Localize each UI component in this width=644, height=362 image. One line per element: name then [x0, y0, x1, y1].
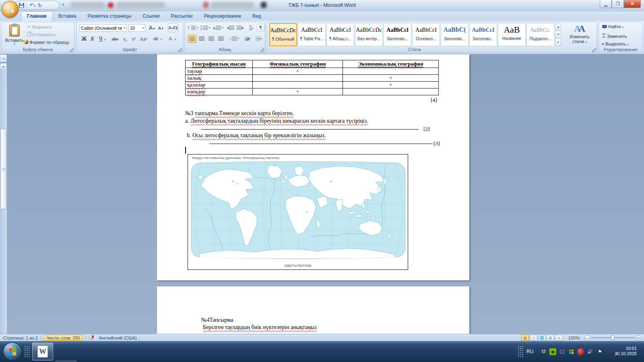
- geography-table[interactable]: Географиялық нысан Физикалық география Э…: [185, 60, 439, 95]
- styles-dialog-launcher[interactable]: [592, 48, 596, 52]
- print-layout-view-button[interactable]: ▤: [521, 335, 529, 341]
- document-page-2[interactable]: №4Тапсырма Берілген таулардың биік нүкте…: [157, 286, 469, 334]
- style-heading2[interactable]: AaBbC(Заголово...: [441, 23, 469, 46]
- style-body-text[interactable]: AaBbCcIОсновно...: [412, 23, 440, 46]
- format-painter-button[interactable]: Формат по образцу: [24, 40, 69, 45]
- network-tray-icon[interactable]: 🖵: [559, 348, 566, 355]
- vertical-scrollbar[interactable]: ▭ ▲: [0, 54, 7, 333]
- map-legend-label: Шартты белгілер: [188, 263, 408, 267]
- style-heading3[interactable]: AaBbCcIЗаголово...: [469, 23, 497, 46]
- word-count[interactable]: Число слов: 260: [44, 335, 83, 341]
- shrink-font-button[interactable]: А▼: [157, 25, 165, 32]
- taskbar-clock[interactable]: 10:01 30.10.2020: [615, 346, 637, 356]
- zoom-level[interactable]: 100%: [568, 335, 580, 340]
- clear-formatting-button[interactable]: Aa🗘: [168, 23, 178, 32]
- bold-button[interactable]: Ж: [80, 35, 88, 43]
- font-color-dropdown[interactable]: ▾: [175, 38, 176, 41]
- subscript-button[interactable]: x₂: [121, 35, 129, 43]
- justify-button[interactable]: [217, 35, 225, 43]
- font-color-button[interactable]: А: [166, 35, 174, 43]
- taskbar-word-button[interactable]: W: [32, 343, 53, 360]
- tab-home[interactable]: Главная: [21, 11, 53, 21]
- tab-insert[interactable]: Вставка: [53, 12, 82, 21]
- windows-update-tray-icon[interactable]: [568, 348, 575, 355]
- replace-button[interactable]: abac Заменить: [602, 33, 627, 39]
- style-list-para[interactable]: AaBbCcI¶ Абзац с...: [326, 23, 354, 46]
- align-right-button[interactable]: [207, 35, 216, 43]
- change-case-button[interactable]: Aa▾: [138, 35, 148, 43]
- zoom-out-button[interactable]: −: [584, 335, 590, 341]
- borders-button[interactable]: ▾: [254, 35, 264, 43]
- numbering-button[interactable]: 12▾: [200, 24, 211, 31]
- clipboard-dialog-launcher[interactable]: [69, 48, 73, 52]
- nvidia-tray-icon[interactable]: ◉: [549, 348, 556, 355]
- decrease-indent-button[interactable]: ◂: [226, 24, 235, 31]
- font-name-combo[interactable]: Calibri (Основной те▾: [79, 24, 127, 32]
- restore-button[interactable]: ❐: [612, 0, 624, 8]
- tab-references[interactable]: Ссылки: [137, 12, 165, 21]
- style-subtitle[interactable]: AaBbCc.Подзагол...: [526, 23, 554, 46]
- discord-tray-icon[interactable]: ᗢ: [540, 348, 547, 355]
- tray-language[interactable]: RU: [526, 349, 533, 354]
- map-figure[interactable]: Жердің тектоникалық құрылымы. Литосферал…: [188, 154, 408, 270]
- styles-scroll-up[interactable]: ▲: [555, 23, 561, 30]
- superscript-button[interactable]: x²: [130, 35, 138, 43]
- change-styles-button[interactable]: АА Изменитьстили ▾: [564, 24, 595, 44]
- underline-dropdown[interactable]: ▾: [104, 38, 106, 41]
- style-normal[interactable]: AaBbCcDc¶ Обычный: [269, 23, 297, 46]
- paragraph-dialog-launcher[interactable]: [260, 48, 264, 52]
- scroll-up-arrow[interactable]: ▲: [0, 63, 7, 70]
- page-indicator[interactable]: Страница: 1 из 2: [3, 335, 38, 340]
- minimize-button[interactable]: ▁: [600, 0, 612, 8]
- bullets-button[interactable]: ⠇▾: [188, 24, 198, 31]
- scrollbar-thumb[interactable]: [0, 129, 6, 209]
- sort-button[interactable]: АЯ↓: [247, 24, 256, 31]
- fullscreen-reading-view-button[interactable]: ⑃: [530, 335, 537, 341]
- font-size-combo[interactable]: 10▾: [128, 24, 145, 32]
- office-button[interactable]: [2, 1, 19, 18]
- increase-indent-button[interactable]: ▸: [236, 24, 245, 31]
- ccleaner-tray-icon[interactable]: [577, 348, 584, 355]
- shading-button[interactable]: ▾: [242, 35, 253, 43]
- underline-button[interactable]: Ч: [97, 35, 104, 43]
- zoom-in-button[interactable]: +: [636, 335, 642, 341]
- tab-review[interactable]: Рецензирование: [198, 12, 247, 21]
- highlight-button[interactable]: ab: [151, 35, 160, 43]
- tab-mailings[interactable]: Рассылки: [165, 12, 198, 21]
- show-paragraph-marks-button[interactable]: ¶: [257, 24, 264, 31]
- zoom-slider-thumb[interactable]: [611, 335, 615, 340]
- outline-view-button[interactable]: ≣: [547, 335, 554, 341]
- paste-button[interactable]: Вставить ▾: [4, 24, 25, 46]
- zoom-slider[interactable]: [591, 337, 635, 338]
- find-button[interactable]: Найти ▾: [602, 24, 623, 29]
- start-button[interactable]: [3, 342, 21, 360]
- taskbar-opera-button[interactable]: [56, 360, 76, 362]
- highlight-dropdown[interactable]: ▾: [161, 38, 162, 41]
- grow-font-button[interactable]: А▲: [148, 24, 157, 32]
- font-dialog-launcher[interactable]: [178, 48, 182, 52]
- styles-scroll-down[interactable]: ▼: [555, 31, 561, 38]
- line-spacing-button[interactable]: ↕▾: [229, 35, 240, 43]
- tab-page-layout[interactable]: Разметка страницы: [82, 12, 137, 21]
- volume-tray-icon[interactable]: 🔊: [586, 348, 593, 355]
- style-table-para[interactable]: AaBbCcI¶ Table Pa...: [298, 23, 326, 46]
- multilevel-list-button[interactable]: a͟i▾: [213, 24, 224, 31]
- draft-view-button[interactable]: ≡: [555, 335, 563, 341]
- action-center-flag-icon[interactable]: ⚑: [597, 348, 603, 355]
- italic-button[interactable]: К: [89, 35, 96, 43]
- align-center-button[interactable]: [197, 35, 206, 43]
- spellcheck-status-icon[interactable]: ✗: [89, 335, 95, 340]
- select-button[interactable]: Выделить ▾: [602, 41, 628, 46]
- tab-view[interactable]: Вид: [247, 12, 267, 21]
- document-page-1[interactable]: Географиялық нысан Физикалық география Э…: [157, 54, 469, 280]
- align-left-button[interactable]: [188, 35, 196, 43]
- style-title[interactable]: АаВНазвание: [498, 23, 526, 46]
- styles-more-button[interactable]: ⇟: [555, 38, 561, 46]
- web-layout-view-button[interactable]: 🌐: [538, 335, 546, 341]
- style-heading1[interactable]: AaBbCclЗаголово...: [384, 23, 411, 46]
- ruler-toggle-button[interactable]: ▭: [0, 54, 7, 62]
- strikethrough-button[interactable]: abe: [110, 35, 120, 43]
- close-button[interactable]: ✕: [624, 0, 641, 8]
- style-no-spacing[interactable]: AaBbCcDcБез интер...: [355, 23, 383, 46]
- language-indicator[interactable]: Английский (США): [99, 335, 137, 340]
